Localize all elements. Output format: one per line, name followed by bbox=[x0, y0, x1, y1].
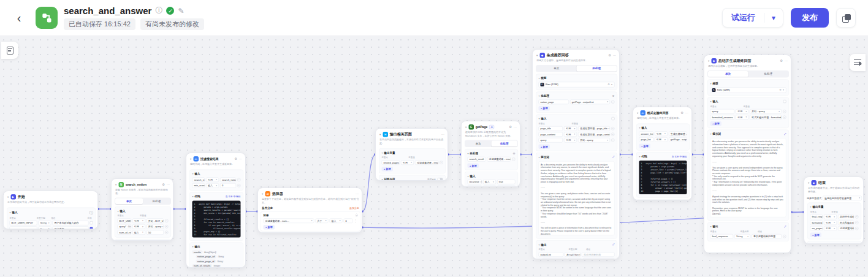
type-select[interactable]: String bbox=[568, 258, 581, 259]
tab-single[interactable]: 单次 bbox=[708, 71, 748, 77]
output-name-input[interactable]: outputList bbox=[539, 252, 564, 257]
required-checkbox[interactable] bbox=[90, 221, 93, 224]
var-name-chip[interactable]: query*String bbox=[118, 224, 131, 229]
section-caret-icon[interactable]: ▾ bbox=[10, 211, 11, 214]
section-caret-icon[interactable]: ▾ bbox=[539, 94, 540, 97]
stream-toggle[interactable] bbox=[438, 178, 443, 181]
remove-icon[interactable]: − bbox=[783, 115, 786, 119]
node-actions[interactable]: ⚙ ⋯ bbox=[608, 54, 617, 58]
workflow-canvas[interactable]: ▾ ▶ 开始 工作流的起始节点，用于设定启动工作流需要的信息。 ▾ 输入 ⓘ 变… bbox=[0, 36, 868, 277]
remove-icon[interactable]: − bbox=[165, 219, 169, 222]
var-name-input[interactable]: final_response bbox=[810, 214, 823, 219]
section-caret-icon[interactable]: ▾ bbox=[468, 175, 469, 178]
auto-read-checkbox[interactable] bbox=[612, 117, 615, 120]
remove-icon[interactable]: − bbox=[611, 100, 615, 104]
section-caret-icon[interactable]: ▾ bbox=[539, 77, 540, 80]
mode-select[interactable]: 引用 bbox=[736, 109, 748, 114]
test-run-label[interactable]: 试运行 bbox=[723, 12, 764, 23]
value-input[interactable]: true bbox=[497, 180, 516, 184]
chevron-down-icon[interactable]: ▾ bbox=[783, 89, 785, 92]
output-name-input[interactable]: final_response bbox=[710, 234, 734, 239]
value-input[interactable]: 50 bbox=[147, 230, 164, 235]
var-name-input[interactable]: search_result bbox=[468, 157, 486, 162]
add-branch-link[interactable]: 添加分支 bbox=[349, 207, 359, 210]
value-select[interactable]: 生成推荐回答 - outputList bbox=[669, 131, 687, 136]
node-actions[interactable]: ⚙ ⋯ bbox=[162, 183, 170, 187]
mode-select[interactable]: 引用 bbox=[564, 132, 577, 137]
add-variable-button[interactable]: + 新增 bbox=[710, 121, 721, 126]
duplicate-window-button[interactable] bbox=[836, 8, 856, 28]
var-name-input[interactable]: query bbox=[539, 138, 563, 143]
prompt-editor[interactable]: As a discerning reader, you possess the … bbox=[710, 138, 786, 217]
value-select[interactable]: 过滤搜索结果 - related_pages_… bbox=[415, 160, 438, 165]
publish-button[interactable]: 发布 bbox=[791, 8, 829, 28]
var-name-input[interactable]: no_pages_msg bbox=[810, 226, 823, 231]
desc-input[interactable]: 用户查询 bbox=[52, 226, 88, 229]
add-condition-button[interactable]: + 新增 bbox=[264, 225, 275, 230]
value-select[interactable]: 格式化输出回答… bbox=[838, 220, 854, 225]
value-select[interactable]: 过滤搜索结果… bbox=[838, 226, 854, 231]
tab-single[interactable]: 单次 bbox=[536, 66, 577, 72]
edit-in-ide-link[interactable]: 在 IDE 中编辑 bbox=[226, 195, 241, 199]
add-batch-button[interactable]: + 新增 bbox=[468, 163, 479, 168]
tab-batch[interactable]: 批处理 bbox=[577, 66, 617, 72]
condition-left-select[interactable]: 过滤搜索结果 - num… bbox=[264, 218, 314, 223]
section-caret-icon[interactable]: ▾ bbox=[539, 156, 540, 159]
value-select[interactable]: 开始 - query bbox=[750, 109, 782, 114]
node-panel-toggle-button[interactable] bbox=[1, 42, 18, 59]
remove-icon[interactable]: − bbox=[783, 235, 786, 238]
section-caret-icon[interactable]: ▾ bbox=[639, 155, 641, 158]
remove-icon[interactable]: − bbox=[611, 132, 615, 136]
var-name-chip[interactable]: num_of_resultsInteger bbox=[118, 230, 131, 235]
expand-icon[interactable]: ⤢ bbox=[612, 156, 614, 159]
mode-select[interactable]: 引用 bbox=[655, 131, 668, 136]
node-getpage[interactable]: ▾ G getPage 批 ⚙ ⋯ 根据提供的 URL 获取页面内容并转为 Ma… bbox=[461, 121, 520, 187]
remove-icon[interactable]: − bbox=[512, 157, 516, 161]
section-caret-icon[interactable]: ▾ bbox=[810, 205, 812, 208]
collapse-caret-icon[interactable]: ▾ bbox=[379, 133, 381, 136]
section-caret-icon[interactable]: ▾ bbox=[710, 100, 712, 103]
mode-select[interactable]: 引用 bbox=[206, 177, 219, 182]
node-search-notion[interactable]: ▾ N search_notion ⚙ ⋯ 搜索 Notion 页面库，返回与查… bbox=[111, 178, 173, 241]
section-caret-icon[interactable]: ▾ bbox=[710, 225, 712, 228]
run-history-toggle-button[interactable] bbox=[850, 54, 866, 71]
var-name-input[interactable]: query bbox=[710, 109, 735, 114]
var-name-chip[interactable]: recursiveBoolean bbox=[468, 180, 482, 184]
edit-in-ide-link[interactable]: 在 IDE 中编辑 bbox=[672, 154, 687, 158]
value-select[interactable]: 开始 - query bbox=[147, 224, 164, 229]
mode-select[interactable]: 引用 bbox=[736, 115, 748, 120]
remove-icon[interactable]: − bbox=[237, 184, 241, 188]
var-name-input[interactable]: formatted_pages bbox=[810, 220, 823, 225]
output-desc[interactable]: 批处理结果列表 bbox=[582, 252, 614, 257]
collapse-caret-icon[interactable]: ▾ bbox=[536, 54, 538, 57]
mode-select[interactable]: 输入 bbox=[206, 183, 219, 188]
mode-select[interactable]: 引用 bbox=[401, 160, 414, 165]
node-actions[interactable]: ⚙ ⋯ bbox=[234, 157, 243, 161]
section-caret-icon[interactable]: ▾ bbox=[192, 195, 194, 198]
mode-select[interactable]: 引用 bbox=[655, 137, 668, 142]
add-variable-button[interactable]: + 新增 bbox=[639, 143, 650, 148]
expand-icon[interactable]: ⤢ bbox=[784, 132, 786, 135]
auto-read-checkbox[interactable] bbox=[783, 100, 786, 103]
node-actions[interactable]: ⚙ ⋯ bbox=[509, 126, 517, 129]
section-caret-icon[interactable]: ▾ bbox=[192, 246, 194, 249]
node-actions[interactable]: ⋯ bbox=[441, 133, 445, 137]
type-select[interactable]: String bbox=[38, 221, 51, 226]
value-select[interactable]: 开始 - BOT_USER_INPUT bbox=[147, 218, 164, 223]
collapse-caret-icon[interactable]: ▾ bbox=[262, 192, 263, 195]
condition-right-input[interactable]: 0 bbox=[344, 218, 353, 223]
info-icon[interactable]: ⓘ bbox=[155, 6, 162, 16]
mode-select[interactable]: 引用 bbox=[483, 185, 496, 187]
condition-more-icon[interactable]: ⋮ bbox=[354, 219, 358, 222]
type-select[interactable]: String bbox=[734, 234, 750, 239]
remove-branch-icon[interactable]: − bbox=[356, 214, 357, 218]
value-select[interactable]: 生成推荐回答 - page_title bbox=[578, 126, 610, 131]
remove-icon[interactable]: − bbox=[611, 127, 615, 131]
collapse-caret-icon[interactable]: ▾ bbox=[637, 112, 638, 115]
section-caret-icon[interactable]: ▾ bbox=[468, 152, 469, 155]
output-desc[interactable]: 大模型推理结果 bbox=[582, 258, 614, 259]
var-name-input[interactable]: formatted_answers bbox=[710, 115, 735, 120]
value-select[interactable]: getPage - outputList bbox=[570, 99, 610, 104]
output-desc[interactable]: 基于搜索结果的回答 bbox=[752, 234, 782, 239]
collapse-caret-icon[interactable]: ▾ bbox=[808, 181, 809, 184]
